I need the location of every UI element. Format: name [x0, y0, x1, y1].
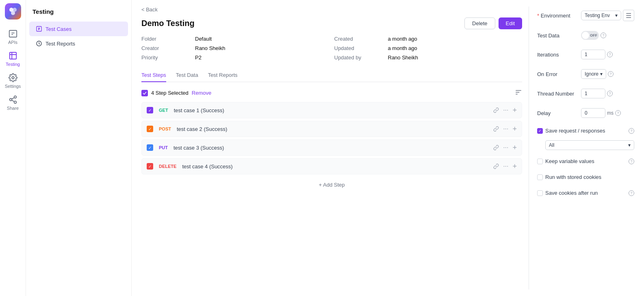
folder-value: Default [195, 36, 330, 42]
run-stored-cookies-checkbox[interactable] [537, 174, 543, 180]
select-all-checkbox[interactable] [141, 90, 148, 96]
save-requests-info-icon[interactable]: ? [629, 128, 634, 134]
on-error-value: Ignore ▾ ? [581, 69, 634, 79]
delay-info-icon[interactable]: ? [615, 110, 621, 116]
iterations-value: ? [581, 50, 634, 59]
main-area: < Back Demo Testing Delete Edit Folder D… [132, 0, 644, 296]
sidebar-item-test-reports[interactable]: Test Reports [29, 36, 128, 51]
back-button[interactable]: < Back [141, 7, 522, 13]
step-3-checkbox[interactable]: ✓ [147, 144, 153, 151]
title-actions: Delete Edit [464, 17, 522, 29]
step-1-name: test case 1 (Success) [174, 107, 490, 113]
icon-rail: APIs Testing Settings Share [0, 0, 26, 296]
step-3-name: test case 3 (Success) [173, 145, 489, 151]
step-1-checkbox[interactable]: ✓ [147, 107, 153, 113]
keep-variable-row: Keep variable values ? [537, 155, 634, 164]
step-4-checkbox[interactable]: ✓ [147, 163, 153, 170]
step-4-name: test case 4 (Success) [182, 163, 489, 170]
sidebar-test-cases-label: Test Cases [46, 26, 72, 32]
test-data-toggle[interactable]: OFF [581, 31, 599, 40]
iterations-info-icon[interactable]: ? [607, 52, 613, 57]
folder-label: Folder [141, 36, 190, 42]
all-select[interactable]: All ▾ [545, 140, 634, 150]
environment-select[interactable]: Testing Env ▾ [581, 11, 621, 20]
priority-label: Priority [141, 54, 190, 61]
step-2-checkbox[interactable]: ✓ [147, 126, 153, 132]
add-step-button[interactable]: + Add Step [141, 177, 522, 193]
save-cookies-info-icon[interactable]: ? [629, 190, 634, 196]
steps-header-left: 4 Step Selected Remove [141, 90, 211, 96]
keep-variable-info-icon[interactable]: ? [629, 159, 634, 164]
on-error-select[interactable]: Ignore ▾ [581, 69, 606, 79]
remove-link[interactable]: Remove [192, 90, 211, 96]
edit-button[interactable]: Edit [499, 17, 522, 29]
run-stored-cookies-label: Run with stored cookies [545, 174, 634, 180]
save-cookies-checkbox[interactable] [537, 190, 543, 196]
sidebar-item-test-cases[interactable]: Test Cases [29, 22, 128, 36]
step-1-more-icon[interactable]: ··· [503, 107, 508, 113]
step-2-link-icon[interactable] [493, 126, 499, 132]
rail-item-share[interactable]: Share [0, 92, 26, 114]
step-4-method: DELETE [157, 163, 178, 169]
step-row-1: ✓ GET test case 1 (Success) ··· + [141, 102, 522, 118]
step-4-link-icon[interactable] [493, 163, 499, 169]
priority-value: P2 [195, 54, 330, 61]
step-4-add-icon[interactable]: + [512, 163, 517, 170]
step-3-more-icon[interactable]: ··· [503, 144, 508, 151]
step-3-link-icon[interactable] [493, 145, 499, 150]
sidebar: Testing Test Cases Test Reports [26, 0, 132, 296]
delay-label: Delay [537, 110, 578, 116]
tab-test-data[interactable]: Test Data [176, 69, 198, 82]
save-cookies-label: Save cookies after run [545, 190, 626, 196]
step-4-actions: ··· + [493, 163, 517, 170]
test-data-label: Test Data [537, 33, 578, 39]
environment-label: Environment [537, 13, 578, 19]
svg-point-7 [14, 101, 16, 104]
delay-input[interactable] [581, 108, 605, 118]
step-1-add-icon[interactable]: + [512, 107, 517, 114]
environment-row: Environment Testing Env ▾ ☰ [537, 7, 634, 21]
on-error-info-icon[interactable]: ? [608, 71, 614, 77]
updated-by-label: Updated by [334, 54, 383, 61]
rail-item-settings[interactable]: Settings [0, 70, 26, 92]
step-4-more-icon[interactable]: ··· [503, 163, 508, 170]
updated-by-value: Rano Sheikh [388, 54, 523, 61]
keep-variable-checkbox[interactable] [537, 159, 543, 164]
delay-row: Delay ms ? [537, 105, 634, 118]
on-error-row: On Error Ignore ▾ ? [537, 66, 634, 79]
delete-button[interactable]: Delete [464, 17, 495, 29]
rail-item-testing[interactable]: Testing [0, 48, 26, 70]
step-row-3: ✓ PUT test case 3 (Success) ··· + [141, 139, 522, 156]
title-row: Demo Testing Delete Edit [141, 17, 522, 29]
rail-item-apis[interactable]: APIs [0, 26, 26, 48]
svg-point-2 [11, 11, 15, 15]
step-2-name: test case 2 (Success) [177, 126, 489, 132]
save-requests-row: ✓ Save request / responses ? [537, 124, 634, 134]
toggle-thumb [582, 32, 589, 39]
tab-test-steps[interactable]: Test Steps [141, 69, 166, 82]
save-requests-checkbox[interactable]: ✓ [537, 128, 543, 134]
tab-test-reports[interactable]: Test Reports [208, 69, 238, 82]
test-data-info-icon[interactable]: ? [601, 33, 606, 38]
step-1-method: GET [157, 107, 170, 113]
sort-icon[interactable] [515, 89, 522, 97]
step-2-add-icon[interactable]: + [512, 125, 517, 133]
thread-number-info-icon[interactable]: ? [607, 91, 613, 96]
environment-menu-button[interactable]: ☰ [623, 10, 634, 21]
delay-unit: ms [607, 110, 614, 116]
step-2-more-icon[interactable]: ··· [503, 126, 508, 132]
thread-number-input[interactable] [581, 89, 605, 98]
creator-label: Creator [141, 45, 190, 51]
step-1-link-icon[interactable] [493, 107, 499, 113]
delay-value: ms ? [581, 108, 634, 118]
step-3-add-icon[interactable]: + [512, 144, 517, 151]
test-data-value: OFF ? [581, 31, 634, 40]
save-requests-label: Save request / responses [545, 128, 626, 134]
svg-point-4 [12, 76, 14, 79]
app-logo[interactable] [5, 3, 21, 20]
creator-value: Rano Sheikh [195, 45, 330, 51]
content-left: < Back Demo Testing Delete Edit Folder D… [141, 7, 522, 289]
iterations-input[interactable] [581, 50, 605, 59]
updated-label: Updated [334, 45, 383, 51]
sidebar-title: Testing [26, 5, 131, 22]
